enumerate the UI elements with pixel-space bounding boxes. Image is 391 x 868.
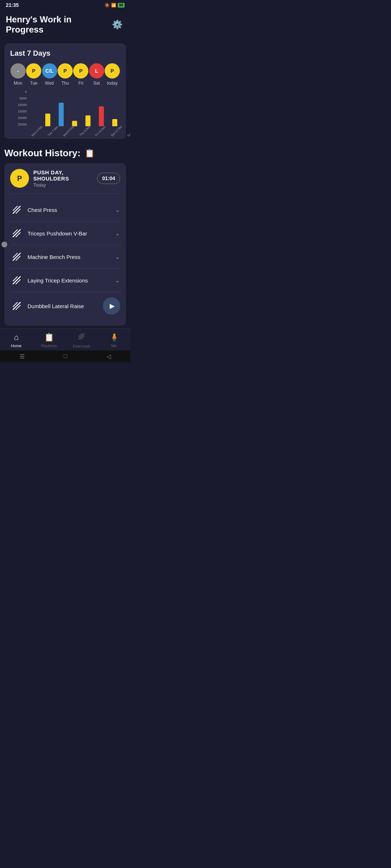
bar-column (56, 103, 67, 126)
y-axis-label: 20000 (10, 116, 28, 120)
exercise-name: Dumbbell Lateral Raise (28, 303, 103, 309)
notification-icon: 🔕 (105, 3, 110, 8)
day-item-mon: -Mon (10, 63, 26, 86)
chevron-down-icon[interactable]: ⌄ (115, 229, 120, 237)
x-labels-inner: Mon 6 DecTue 7 DecWed 8 DecThu 9 DecFri … (29, 128, 130, 133)
bar (112, 119, 117, 126)
bar-column (69, 121, 80, 126)
x-axis-label: Sat 11 Dec (110, 125, 122, 137)
nav-item-exercises[interactable]: Exercises (69, 332, 94, 348)
bar-chart: 2500020000150001000050000 Mon 6 DecTue 7… (10, 90, 120, 133)
day-circle-mon[interactable]: - (10, 63, 26, 78)
bar-column (96, 106, 107, 126)
day-label-mon: Mon (14, 81, 22, 86)
app-title: Henry's Work in Progress (6, 14, 110, 35)
exercise-name: Machine Bench Press (28, 254, 115, 260)
x-axis-labels: Mon 6 DecTue 7 DecWed 8 DecThu 9 DecFri … (10, 128, 120, 133)
workout-date: Today (33, 182, 93, 188)
day-label-sat: Sat (93, 81, 100, 86)
chart-bars (29, 90, 120, 126)
x-label-col: Thu 9 Dec (77, 128, 91, 133)
x-label-col: Mon 6 Dec (29, 128, 43, 133)
day-item-wed: C/LWed (42, 63, 57, 86)
workout-duration-badge: 01:04 (97, 173, 120, 184)
calendar-icon[interactable]: 📋 (85, 149, 94, 158)
day-item-tue: PTue (26, 63, 41, 86)
last-7-days-card: Last 7 Days -MonPTueC/LWedPThuPFriLSatPt… (4, 43, 126, 139)
exercises-nav-label: Exercises (73, 344, 90, 348)
workout-info: PUSH DAY, SHOULDERS Today (33, 169, 93, 188)
chart-container: 2500020000150001000050000 (10, 90, 120, 126)
routines-nav-icon: 📋 (44, 333, 54, 342)
x-axis-label: Mon 6 Dec (31, 125, 43, 137)
home-button[interactable]: □ (64, 353, 67, 359)
y-axis-label: 15000 (10, 110, 28, 113)
exercise-item[interactable]: Chest Press⌄ (10, 198, 120, 222)
day-item-today: Ptoday (105, 63, 120, 86)
bar-column (109, 119, 120, 126)
gear-icon: ⚙️ (112, 20, 123, 30)
x-axis-label: Sun 12 Dec (127, 124, 130, 137)
menu-button[interactable]: ☰ (20, 353, 25, 360)
exercise-name: Laying Tricep Extensions (28, 277, 115, 284)
android-nav-bar: ☰ □ ◁ (0, 350, 130, 362)
workout-letter-badge: P (10, 169, 29, 188)
nav-item-home[interactable]: ⌂Home (4, 333, 29, 348)
exercise-name: Chest Press (28, 207, 115, 213)
exercise-list: Chest Press⌄ Triceps Pushdown V-Bar⌄ Mac… (10, 198, 120, 320)
play-icon: ▶ (110, 302, 115, 310)
day-item-sat: LSat (89, 63, 104, 86)
y-axis-label: 10000 (10, 103, 28, 107)
exercises-nav-icon (77, 332, 85, 342)
day-circle-wed[interactable]: C/L (42, 63, 57, 78)
nav-item-routines[interactable]: 📋Routines (36, 333, 62, 348)
day-label-today: today (107, 81, 118, 86)
bar (45, 114, 50, 126)
exercise-name: Triceps Pushdown V-Bar (28, 230, 115, 237)
chevron-down-icon[interactable]: ⌄ (115, 276, 120, 284)
chevron-down-icon[interactable]: ⌄ (115, 206, 120, 214)
day-circle-sat[interactable]: L (89, 63, 104, 78)
exercise-icon (10, 299, 23, 312)
exercise-item[interactable]: Triceps Pushdown V-Bar⌄ (10, 222, 120, 245)
exercise-icon (10, 203, 23, 216)
day-circle-today[interactable]: P (105, 63, 120, 78)
back-button[interactable]: ◁ (106, 353, 111, 360)
y-axis: 2500020000150001000050000 (10, 90, 28, 126)
day-circle-tue[interactable]: P (26, 63, 41, 78)
last-7-days-title: Last 7 Days (10, 49, 120, 58)
day-item-thu: PThu (58, 63, 73, 86)
status-bar: 21:35 🔕 📶 90 (0, 0, 130, 10)
workout-header: P PUSH DAY, SHOULDERS Today 01:04 (10, 169, 120, 188)
workout-name: PUSH DAY, SHOULDERS (33, 169, 93, 182)
day-circle-thu[interactable]: P (58, 63, 73, 78)
exercise-item[interactable]: Machine Bench Press⌄ (10, 245, 120, 269)
scroll-handle (1, 242, 7, 247)
day-item-fri: PFri (73, 63, 88, 86)
x-label-col: Tue 7 Dec (45, 128, 59, 133)
status-time: 21:35 (6, 2, 19, 8)
settings-button[interactable]: ⚙️ (110, 17, 125, 32)
exercise-item[interactable]: Laying Tricep Extensions⌄ (10, 269, 120, 292)
bar-column (42, 114, 54, 126)
x-axis-label: Wed 8 Dec (63, 125, 75, 137)
day-label-fri: Fri (78, 81, 83, 86)
x-axis-label: Thu 9 Dec (79, 125, 91, 137)
exercise-icon (10, 227, 23, 240)
x-label-col: Fri 10 Dec (93, 128, 106, 133)
exercise-icon (10, 250, 23, 263)
chevron-down-icon[interactable]: ⌄ (115, 253, 120, 261)
play-button[interactable]: ▶ (103, 297, 120, 315)
x-axis-label: Tue 7 Dec (47, 125, 59, 137)
x-label-col: Wed 8 Dec (60, 128, 75, 133)
nav-item-me[interactable]: 🧍Me (101, 333, 127, 348)
workout-history-title: Workout History: (4, 148, 80, 159)
y-axis-label: 5000 (10, 97, 28, 100)
day-label-wed: Wed (45, 81, 54, 86)
exercise-item[interactable]: Dumbbell Lateral Raise▶ (10, 292, 120, 320)
home-nav-label: Home (11, 344, 21, 348)
status-icons: 🔕 📶 90 (105, 3, 125, 8)
day-circle-fri[interactable]: P (73, 63, 88, 78)
exercise-icon (10, 274, 23, 287)
me-nav-icon: 🧍 (109, 333, 119, 342)
